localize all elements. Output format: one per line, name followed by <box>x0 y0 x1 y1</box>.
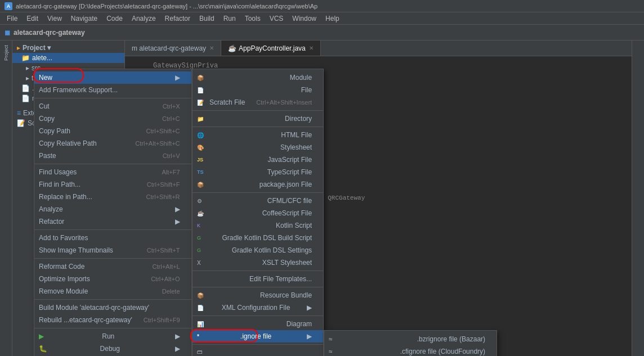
ctx-separator-5 <box>34 299 191 300</box>
kotlin-icon: K <box>197 223 206 228</box>
ctx-replace-in-path[interactable]: Replace in Path... Ctrl+Shift+R <box>34 191 191 203</box>
new-file[interactable]: 📄 File <box>193 84 323 96</box>
menu-file[interactable]: File <box>2 13 22 24</box>
directory-icon: 📁 <box>197 116 206 122</box>
ctx-paste[interactable]: Paste Ctrl+V <box>34 150 191 162</box>
main-layout: Project ▸ Project ▾ 📁 alete... ▸ src ▸ t… <box>0 40 644 356</box>
menu-bar: File Edit View Navigate Code Analyze Ref… <box>0 12 644 25</box>
ctx-copy[interactable]: Copy Ctrl+C <box>34 112 191 125</box>
new-xml-config[interactable]: 📄 XML Configuration File ▶ <box>193 301 323 314</box>
ctx-cut[interactable]: Cut Ctrl+X <box>34 100 191 112</box>
xslt-icon: X <box>197 260 206 266</box>
ctx-add-framework[interactable]: Add Framework Support... <box>34 84 191 96</box>
menu-analyze[interactable]: Analyze <box>127 13 160 24</box>
ctx-new[interactable]: New ▶ <box>34 71 191 84</box>
menu-view[interactable]: View <box>43 13 66 24</box>
tab-close-gateway[interactable]: ✕ <box>209 45 214 51</box>
new-sep-4 <box>193 271 323 271</box>
ctx-new-label: New <box>39 74 52 82</box>
new-html[interactable]: 🌐 HTML File <box>193 129 323 141</box>
new-directory[interactable]: 📁 Directory <box>193 112 323 125</box>
resource-icon: 📦 <box>197 292 206 299</box>
context-menu-new: 📦 Module 📄 File 📝 Scratch File Ctrl+Alt+… <box>192 69 324 356</box>
ctx-separator-1 <box>34 98 191 98</box>
js-icon: JS <box>197 157 206 163</box>
tree-item-project[interactable]: ▸ Project ▾ <box>12 43 124 53</box>
menu-help[interactable]: Help <box>321 13 344 24</box>
ctx-debug[interactable]: 🐛 Debug ▶ <box>34 343 191 355</box>
ctx-remove-module[interactable]: Remove Module Delete <box>34 285 191 298</box>
menu-code[interactable]: Code <box>102 13 127 24</box>
new-gradle-build[interactable]: G Gradle Kotlin DSL Build Script <box>193 232 323 244</box>
new-sep-2 <box>193 127 323 127</box>
ctx-copy-relative-path[interactable]: Copy Relative Path Ctrl+Alt+Shift+C <box>34 137 191 150</box>
menu-build[interactable]: Build <box>195 13 219 24</box>
diagram-icon: 📊 <box>197 321 206 327</box>
ctx-show-thumbnails[interactable]: Show Image Thumbnails Ctrl+Shift+T <box>34 244 191 256</box>
menu-navigate[interactable]: Navigate <box>66 13 102 24</box>
new-gradle-settings[interactable]: G Gradle Kotlin DSL Settings <box>193 244 323 256</box>
new-cfml[interactable]: ⚙ CFML/CFC file <box>193 195 323 207</box>
new-ignore-file[interactable]: * .ignore file ▶ <box>193 330 323 343</box>
gradle-build-icon: G <box>197 235 206 241</box>
ctx-run[interactable]: ▶ Run ▶ <box>34 330 191 343</box>
new-module[interactable]: 📦 Module <box>193 71 323 84</box>
new-coffeescript[interactable]: ☕ CoffeeScript File <box>193 207 323 219</box>
menu-tools[interactable]: Tools <box>240 13 265 24</box>
tree-item-aletacard[interactable]: 📁 alete... <box>12 53 124 63</box>
new-sep-3 <box>193 192 323 193</box>
ctx-refactor[interactable]: Refactor ▶ <box>34 215 191 228</box>
ctx-separator-4 <box>34 258 191 259</box>
new-stylesheet[interactable]: 🎨 Stylesheet <box>193 141 323 154</box>
file-icon: 📄 <box>197 87 206 93</box>
ignore-file-icon: * <box>197 334 206 340</box>
ctx-rebuild[interactable]: Rebuild ...etacard-qrc-gateway' Ctrl+Shi… <box>34 314 191 326</box>
ctx-find-in-path[interactable]: Find in Path... Ctrl+Shift+F <box>34 178 191 191</box>
tab-controller[interactable]: ☕ AppPayController.java ✕ <box>221 40 321 56</box>
new-package-json[interactable]: 📦 package.json File <box>193 178 323 191</box>
ts-icon: TS <box>197 169 206 175</box>
coffee-icon: ☕ <box>197 210 206 217</box>
context-menu-ignore: ≈ .bzrignore file (Bazaar) ≈ .cfignore f… <box>324 330 497 356</box>
new-diagram[interactable]: 📊 Diagram <box>193 318 323 330</box>
ctx-build-module[interactable]: Build Module 'aletacard-qrc-gateway' <box>34 301 191 314</box>
sidebar-project-icon[interactable]: Project <box>3 43 9 63</box>
menu-edit[interactable]: Edit <box>22 13 43 24</box>
left-sidebar: Project <box>0 40 12 356</box>
css-icon: 🎨 <box>197 145 206 151</box>
new-sep-6 <box>193 316 323 316</box>
title-text: aletacard-qrc-gateway [D:\IdeaProjects\a… <box>16 3 317 10</box>
new-xslt[interactable]: X XSLT Stylesheet <box>193 256 323 269</box>
context-menu-main: New ▶ Add Framework Support... Cut Ctrl+… <box>34 69 192 356</box>
datasource-icon: 🗃 <box>197 349 206 355</box>
ctx-optimize-imports[interactable]: Optimize Imports Ctrl+Alt+O <box>34 273 191 285</box>
new-sep-1 <box>193 110 323 111</box>
ctx-separator-3 <box>34 229 191 230</box>
new-data-source[interactable]: 🗃 <box>193 346 323 356</box>
app-icon: A <box>5 2 12 10</box>
new-kotlin-script[interactable]: K Kotlin Script <box>193 219 323 232</box>
ctx-copy-path[interactable]: Copy Path Ctrl+Shift+C <box>34 125 191 137</box>
new-edit-templates[interactable]: Edit File Templates... <box>193 273 323 285</box>
ctx-analyze[interactable]: Analyze ▶ <box>34 203 191 215</box>
new-scratch-file[interactable]: 📝 Scratch File Ctrl+Alt+Shift+Insert <box>193 96 323 109</box>
menu-run[interactable]: Run <box>219 13 240 24</box>
right-sidebar <box>632 40 644 356</box>
tabs-bar: m aletacard-qrc-gateway ✕ ☕ AppPayContro… <box>125 40 632 56</box>
new-resource-bundle[interactable]: 📦 Resource Bundle <box>193 289 323 301</box>
menu-refactor[interactable]: Refactor <box>160 13 195 24</box>
cfml-icon: ⚙ <box>197 198 206 204</box>
menu-vcs[interactable]: VCS <box>265 13 288 24</box>
ignore-cf[interactable]: ≈ .cfignore file (CloudFoundry) <box>324 345 497 356</box>
tab-close-controller[interactable]: ✕ <box>309 45 314 51</box>
menu-window[interactable]: Window <box>288 13 321 24</box>
ctx-separator-2 <box>34 164 191 164</box>
tab-gateway[interactable]: m aletacard-qrc-gateway ✕ <box>125 40 221 56</box>
ignore-bzr[interactable]: ≈ .bzrignore file (Bazaar) <box>324 333 497 345</box>
new-ts-file[interactable]: TS TypeScript File <box>193 166 323 178</box>
project-header: ◼ aletacard-qrc-gateway <box>0 25 644 40</box>
new-js-file[interactable]: JS JavaScript File <box>193 154 323 166</box>
ctx-find-usages[interactable]: Find Usages Alt+F7 <box>34 166 191 178</box>
ctx-reformat[interactable]: Reformat Code Ctrl+Alt+L <box>34 260 191 273</box>
ctx-add-favorites[interactable]: Add to Favorites <box>34 232 191 244</box>
